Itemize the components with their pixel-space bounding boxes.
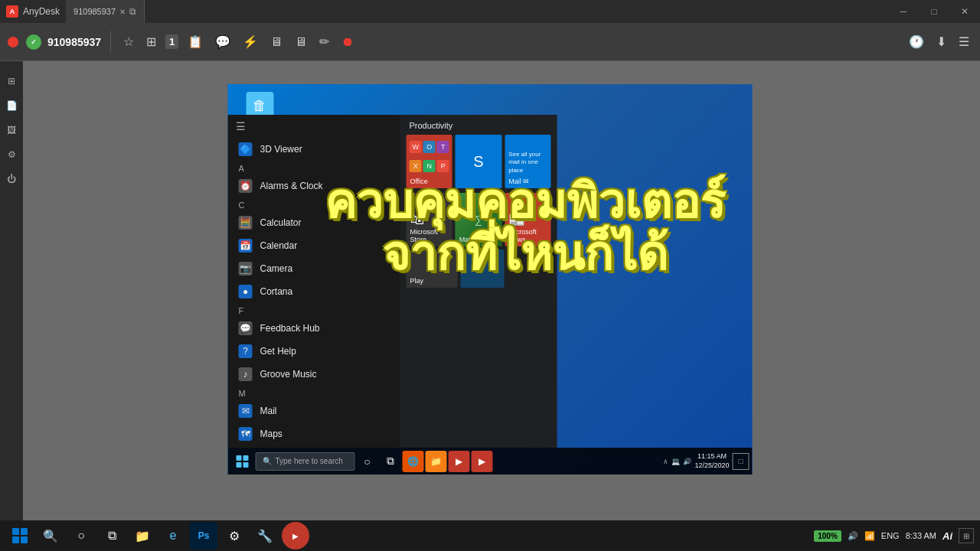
taskbar-device-icon: 💻 [671,458,680,465]
app-feedback[interactable]: 💬 Feedback Hub [228,317,400,340]
task-edge-icon[interactable]: 🌐 [403,451,424,472]
tile-skype[interactable]: S [456,135,501,188]
host-lang: ENG [881,531,900,540]
sidebar-icon-3[interactable]: 🖼 [3,122,20,139]
session-id: 910985937 [47,36,101,48]
app-cortana[interactable]: ● Cortana [228,280,400,303]
anydesk-title: AnyDesk [23,6,60,17]
start-menu[interactable]: ☰ 🔷 3D Viewer A ⏰ Alarms & Clock C [228,115,557,448]
taskbar-time: 11:15 AM [694,452,729,461]
toolbar-separator [110,31,111,54]
toolbar-download-icon[interactable]: ⬇ [933,31,949,52]
app-camera[interactable]: 📷 Camera [228,257,400,280]
anydesk-tab[interactable]: 910985937 ✕ ⧉ [66,0,145,23]
tile-blank [461,249,505,288]
host-edge-icon[interactable]: e [159,522,187,549]
minimize-button[interactable]: ─ [888,0,919,23]
anydesk-icon: A [6,5,18,18]
app-calendar[interactable]: 📅 Calendar [228,234,400,257]
tile-office[interactable]: W O T X N P Office [407,135,452,188]
windows-taskbar: 🔍 Type here to search ○ ⧉ 🌐 📁 ▶ ▶ [228,448,753,474]
host-start-button[interactable] [6,522,34,549]
office-onenote-icon: N [423,160,436,172]
toolbar-pen-icon[interactable]: ✏ [316,31,332,52]
letter-c: C [228,197,400,211]
taskbar-search-text: Type here to search [276,457,343,465]
win-start-button[interactable] [231,450,254,473]
app-cortana-icon: ● [239,285,253,298]
tile-mail[interactable]: See all your mail in one place Mail ✉ [505,135,550,188]
tiles-section-title: Productivity [407,121,551,130]
tile-math-icon: ∑ [475,214,482,226]
app-groove[interactable]: ♪ Groove Music [228,363,400,386]
letter-f: F [228,303,400,317]
taskbar-chevron-icon[interactable]: ∧ [663,458,668,465]
taskbar-clock[interactable]: 11:15 AM 12/25/2020 [694,452,729,470]
host-taskview-icon[interactable]: ⧉ [98,522,126,549]
hamburger-icon[interactable]: ☰ [236,120,246,132]
sidebar-icon-power[interactable]: ⏻ [3,171,20,187]
tab-split-icon[interactable]: ⧉ [129,6,136,17]
maximize-button[interactable]: □ [919,0,949,23]
app-feedback-icon: 💬 [239,321,253,335]
app-maps[interactable]: 🗺 Maps [228,422,400,445]
task-app2-icon[interactable]: ▶ [472,451,493,472]
sidebar-icon-1[interactable]: ⊞ [3,73,20,90]
start-menu-header: ☰ [228,115,400,138]
toolbar-lightning-icon[interactable]: ⚡ [240,31,261,52]
taskbar-notif-icon[interactable]: □ [733,453,750,470]
tile-spacer [508,249,551,288]
tile-store-label: Microsoft Store [410,228,449,243]
main-area: ⊞ 📄 🖼 ⚙ ⏻ 🗑 Recycle Bin ควบคุมคอมพิวเตอร… [0,61,980,551]
task-multitask-icon[interactable]: ⧉ [380,451,401,472]
tile-play[interactable]: Play [407,249,458,288]
host-photoshop-icon[interactable]: Ps [190,522,217,549]
toolbar-monitor-icon[interactable]: 🖥 [267,32,286,52]
tile-store-icon: 🛍 [410,212,424,228]
close-button[interactable]: ✕ [949,0,980,23]
tab-close-icon[interactable]: ✕ [119,8,126,16]
search-icon: 🔍 [263,457,272,465]
windows-logo-icon [237,455,249,468]
tile-math[interactable]: ∑ Math [456,193,501,246]
toolbar-screenshot-icon[interactable]: ⊞ [143,31,159,52]
app-alarms[interactable]: ⏰ Alarms & Clock [228,174,400,197]
toolbar-history-icon[interactable]: 🕐 [906,31,927,52]
toolbar-chat-icon[interactable]: 💬 [212,31,234,52]
windows-desktop: 🗑 Recycle Bin ควบคุมคอมพิวเตอร์ จากที่ไห… [228,84,753,474]
app-gethelp[interactable]: ? Get Help [228,340,400,363]
left-sidebar: ⊞ 📄 🖼 ⚙ ⏻ [0,61,23,551]
toolbar-record-icon[interactable]: ⏺ [338,32,357,52]
toolbar-menu-icon[interactable]: ☰ [956,31,972,52]
tiles-grid-row1: W O T X N P Office S [407,135,551,188]
host-explorer-icon[interactable]: 📁 [129,522,156,549]
host-app2-icon[interactable]: 🔧 [251,522,279,549]
remote-desktop-window[interactable]: 🗑 Recycle Bin ควบคุมคอมพิวเตอร์ จากที่ไห… [228,84,753,474]
taskbar-search[interactable]: 🔍 Type here to search [256,452,355,471]
tile-play-label: Play [410,277,424,285]
task-app1-icon[interactable]: ▶ [449,451,470,472]
tile-news[interactable]: 📰 Microsoft News [505,193,550,246]
host-network-icon[interactable]: 📶 [864,531,875,541]
anydesk-dot-icon [8,37,18,47]
task-cortana-icon[interactable]: ○ [357,451,378,472]
toolbar-clipboard-icon[interactable]: 📋 [185,31,206,52]
host-app1-icon[interactable]: ⚙ [220,522,248,549]
toolbar-dual-monitor-icon[interactable]: 🖥 [292,32,310,52]
app-calculator[interactable]: 🧮 Calculator [228,211,400,234]
host-app3-icon[interactable]: ▶ [282,522,309,549]
host-cortana-icon[interactable]: ○ [67,522,95,549]
sidebar-icon-2[interactable]: 📄 [3,97,20,114]
tile-news-label: Microsoft News [508,228,547,243]
host-search-icon[interactable]: 🔍 [37,522,64,549]
tile-store[interactable]: 🛍 Microsoft Store [407,193,452,246]
toolbar-1-icon[interactable]: 1 [165,34,178,49]
host-display-icon[interactable]: ⊞ [959,528,974,543]
toolbar-bookmark-icon[interactable]: ☆ [120,31,137,52]
host-speaker-icon[interactable]: 🔊 [848,531,858,541]
app-mail[interactable]: ✉ Mail [228,399,400,422]
task-explorer-icon[interactable]: 📁 [426,451,447,472]
taskbar-volume-icon[interactable]: 🔊 [683,458,691,465]
app-3d-viewer[interactable]: 🔷 3D Viewer [228,138,400,161]
sidebar-icon-settings[interactable]: ⚙ [3,146,20,163]
